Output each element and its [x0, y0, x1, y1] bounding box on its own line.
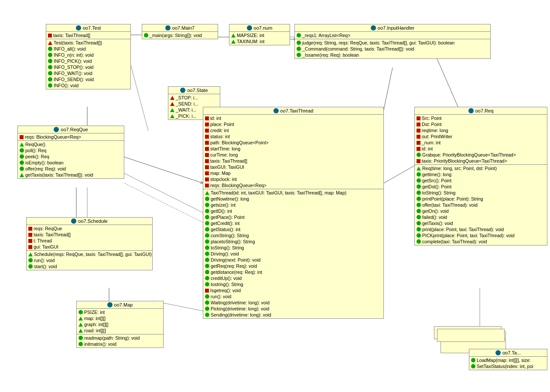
class-num-name: oo7.num [254, 25, 273, 31]
cg [205, 264, 209, 268]
class-main7: oo7.Main7 _main(args: String[]): void [142, 24, 218, 39]
tri-green [79, 323, 83, 327]
test-header-icon [76, 25, 81, 31]
tri-green [417, 167, 421, 170]
svg-line-11 [383, 68, 393, 113]
cg [205, 197, 209, 201]
class-taxithread-header: oo7.TaxiThread [203, 107, 383, 115]
num-field-0: MAPSIZE: int [231, 32, 288, 38]
class-taxithread-name: oo7.TaxiThread [280, 108, 314, 113]
class-req-fields: Src: Point Dst: Point reqtime: long out:… [415, 115, 547, 165]
class-req-header: oo7.Req [415, 107, 547, 115]
tri-red-icon [170, 102, 174, 106]
inputhandler-method-0: judge(req: String, reqs: ReqQue, taxis: … [297, 40, 489, 46]
tri-green [79, 317, 83, 320]
state-field-0: _STOP: i... [170, 95, 218, 101]
tri-green [20, 143, 24, 147]
tri-green-icon [231, 40, 236, 44]
sq-red [205, 141, 209, 145]
class-main7-name: oo7.Main7 [172, 25, 195, 31]
svg-line-2 [436, 57, 458, 107]
class-inputhandler-fields: _reqs1: ArrayList<Req> [295, 32, 490, 39]
class-test-name: oo7.Test [83, 25, 101, 31]
class-map-name: oo7.Map [114, 302, 133, 307]
num-field-1: TAXINUM: int [231, 38, 288, 44]
sq-red [205, 147, 209, 151]
sq-red [205, 289, 209, 293]
cg [205, 215, 209, 219]
cg [205, 245, 209, 250]
class-schedule-methods: Schedule(reqs: ReqQue, taxis: TaxiThread… [27, 251, 152, 270]
state-header-icon [180, 88, 185, 93]
cg [205, 209, 209, 213]
num-header-icon [247, 25, 252, 31]
stack-layer-2 [437, 329, 505, 342]
cg [205, 307, 209, 311]
class-test-fields: taxis: TaxiThread[] [46, 32, 130, 39]
class-inputhandler-header: oo7.InputHandler [295, 24, 490, 32]
class-state-header: oo7.State [168, 87, 220, 94]
sq-red [205, 171, 209, 175]
test-method-0: Test(taxis: TaxiThread[]) [48, 40, 129, 46]
cg [205, 270, 209, 274]
test-method-3: INFO_PICK(): void [48, 58, 129, 64]
sq-red [205, 116, 209, 120]
sq-red [417, 147, 420, 151]
class-main7-header: oo7.Main7 [142, 24, 218, 32]
class-test-methods: Test(taxis: TaxiThread[]) INFO_all(): vo… [46, 39, 130, 89]
class-main7-methods: _main(args: String[]): void [142, 32, 218, 39]
class-reqque-header: oo7.ReqQue [18, 126, 124, 133]
svg-line-18 [124, 183, 203, 222]
circle-green-icon [297, 33, 301, 37]
class-state-name: oo7.State [187, 88, 208, 93]
cg [205, 233, 209, 238]
class-taxigui-stub-methods: LoadMap(map: int[][], size: SetTaxiStatu… [469, 357, 547, 370]
cg [417, 191, 421, 195]
cg [79, 336, 83, 340]
cg [205, 294, 209, 299]
test-method-1: INFO_all(): void [48, 46, 129, 52]
diagram-container: oo7.Test taxis: TaxiThread[] Test(taxis:… [0, 0, 550, 392]
class-schedule-header: oo7.Schedule [27, 218, 152, 225]
circle-green-icon [48, 65, 52, 69]
circle-green-icon [48, 83, 52, 88]
inputhandler-header-icon [371, 25, 376, 31]
cg [417, 178, 421, 183]
circle-green-icon [48, 53, 52, 57]
sq-red [205, 184, 209, 187]
main7-header-icon [165, 25, 171, 31]
sq-red [417, 141, 420, 145]
class-req-name: oo7.Req [475, 108, 494, 113]
cg [417, 215, 421, 219]
taxithread-header-icon [273, 108, 279, 113]
schedule-header-icon [71, 218, 76, 224]
class-inputhandler: oo7.InputHandler _reqs1: ArrayList<Req> … [294, 24, 491, 59]
svg-line-8 [384, 166, 414, 183]
cg [205, 239, 209, 244]
cg [205, 203, 209, 207]
sq-red [205, 159, 209, 163]
sq-red [28, 233, 32, 237]
cg [471, 358, 475, 362]
inputhandler-field-0: _reqs1: ArrayList<Req> [297, 32, 489, 38]
tri-red-icon [48, 41, 52, 45]
class-schedule: oo7.Schedule reqs: ReqQue taxis: TaxiThr… [26, 217, 153, 270]
sq-red [28, 227, 32, 231]
cg [471, 364, 475, 368]
sq-red [28, 239, 32, 243]
class-taxigui-stub-name: oo7.Ta... [502, 350, 521, 355]
class-reqque-fields: reqs: BlockingQueue<Req> [18, 133, 124, 141]
class-inputhandler-methods: judge(req: String, reqs: ReqQue, taxis: … [295, 39, 490, 58]
cg [417, 221, 421, 225]
tri-green [28, 252, 33, 256]
tri-green [79, 329, 83, 333]
sq-red [205, 129, 209, 133]
cg [79, 342, 83, 346]
cg [205, 227, 209, 232]
circle-green-icon [48, 71, 52, 75]
sq-red [28, 245, 32, 249]
sq-red [417, 129, 420, 133]
req-header-icon [468, 108, 474, 113]
cg [417, 197, 421, 201]
cg [417, 153, 421, 157]
